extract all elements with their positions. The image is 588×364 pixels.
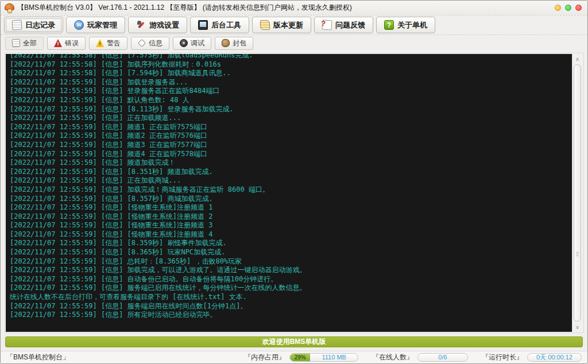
log-line: [2022/11/07 12:55:59] [信息] [8.359秒] 刷怪事件…: [10, 239, 572, 248]
filter-packet[interactable]: 封包: [215, 37, 253, 50]
window-controls: [555, 5, 582, 11]
tab-players[interactable]: 玩家管理: [66, 17, 125, 33]
warning-icon: [96, 39, 104, 47]
scrollbar-thumb[interactable]: [574, 64, 581, 322]
log-line: [2022/11/07 12:55:58] [信息] [7.594秒] 加载商城…: [10, 69, 572, 78]
about-icon: [384, 20, 394, 30]
filter-label: 错误: [65, 38, 79, 48]
uptime-value: 0天 00:00:12: [536, 354, 572, 361]
log-line: [2022/11/07 12:55:59] [信息] 服务端启用在线时间点数[1…: [10, 302, 572, 311]
tab-bar: 日志记录 玩家管理 游戏设置 后台工具 版本更新 问题反馈 关于单机: [1, 16, 587, 35]
tab-version-update[interactable]: 版本更新: [252, 17, 311, 33]
log-line: [2022/11/07 12:55:59] [信息] [怪物重生系统]注册频道 …: [10, 230, 572, 239]
log-line: [2022/11/07 12:55:59] [信息] [怪物重生系统]注册频道 …: [10, 203, 572, 212]
close-button[interactable]: [575, 5, 582, 11]
log-panel: [2022/11/07 12:55:58] [信息] [7.575秒] 加载lo…: [5, 53, 583, 332]
memory-label: 『内存占用』: [244, 353, 285, 362]
log-line: [2022/11/07 12:55:59] [信息] 加载完成！商城服务器正在监…: [10, 185, 572, 195]
status-metrics: 『内存占用』 29% 1110 MB 『在线人数』 0/6 『运行时长』 0天 …: [244, 353, 582, 362]
online-count-pill: 0/6: [417, 353, 468, 362]
error-icon: [54, 39, 62, 47]
app-window: 【BMS单机控制台 V3.0】 Ver.176.1 - 2021.1.12 【至…: [0, 0, 588, 364]
log-line: [2022/11/07 12:55:59] [信息] 默认角色数: 48 人: [10, 96, 572, 105]
filter-error[interactable]: 错误: [47, 37, 86, 50]
title-bar: 【BMS单机控制台 V3.0】 Ver.176.1 - 2021.1.12 【至…: [1, 1, 587, 16]
log-line: [2022/11/07 12:55:59] [信息] 服务端已启用在线统计，每分…: [10, 284, 572, 293]
log-line: [2022/11/07 12:55:59] [信息] 频道1 正在监听7575端…: [10, 123, 572, 132]
status-bar: 「BMS单机控制台」 『内存占用』 29% 1110 MB 『在线人数』 0/6…: [1, 351, 587, 363]
scroll-up-icon[interactable]: ∧: [573, 55, 582, 63]
game-settings-icon: [136, 20, 146, 30]
debug-icon: [180, 39, 188, 47]
uptime-label: 『运行时长』: [482, 353, 523, 362]
app-mushroom-icon: [4, 3, 14, 13]
tab-label: 游戏设置: [149, 20, 179, 30]
log-line: [2022/11/07 12:55:59] [信息] [怪物重生系统]注册频道 …: [10, 221, 572, 230]
packet-icon: [222, 39, 230, 47]
log-line: [2022/11/07 12:55:58] [信息] [7.575秒] 加载lo…: [10, 53, 572, 60]
memory-gauge: 29% 1110 MB: [289, 353, 358, 362]
log-line: [2022/11/07 12:55:58] [信息] 加载序列化数据耗时：0.0…: [10, 60, 572, 69]
log-line: [2022/11/07 12:55:59] [信息] 频道4 正在监听7578端…: [10, 150, 572, 159]
log-icon: [11, 20, 22, 30]
filter-bar: 全部 错误 警告 信息 调试 封包: [1, 35, 587, 51]
maximize-button[interactable]: [565, 5, 571, 11]
log-line: [2022/11/07 12:55:59] [信息] 频道3 正在监听7577端…: [10, 141, 572, 150]
filter-label: 封包: [233, 38, 246, 48]
log-line: [2022/11/07 12:55:59] [信息] 正在加载商城...: [10, 176, 572, 185]
admin-tools-icon: [198, 20, 208, 30]
info-icon: [138, 39, 146, 47]
welcome-banner[interactable]: 欢迎使用BMS单机版: [5, 336, 583, 347]
scrollbar-grip: [576, 252, 579, 256]
log-line: [2022/11/07 12:55:59] [信息] [怪物重生系统]注册频道 …: [10, 212, 572, 222]
tab-log[interactable]: 日志记录: [4, 17, 63, 33]
filter-label: 警告: [107, 38, 121, 48]
tab-label: 日志记录: [25, 20, 55, 30]
tab-label: 问题反馈: [335, 20, 365, 30]
log-line: [2022/11/07 12:55:59] [信息] [8.351秒] 频道加载…: [10, 168, 572, 177]
memory-value: 1110 MB: [310, 354, 358, 361]
log-line: [2022/11/07 12:55:59] [信息] 加载完成，可以进入游戏了。…: [10, 266, 572, 275]
tab-game-settings[interactable]: 游戏设置: [128, 17, 187, 33]
filter-label: 全部: [23, 38, 37, 48]
log-line: [2022/11/07 12:55:59] [信息] 频道2 正在监听7576端…: [10, 131, 572, 141]
minimize-button[interactable]: [555, 5, 561, 11]
all-icon: [12, 39, 21, 48]
uptime-pill: 0天 00:00:12: [527, 353, 582, 362]
tab-label: 版本更新: [273, 20, 303, 30]
filter-warning[interactable]: 警告: [89, 37, 127, 50]
memory-fill-bar: 29%: [290, 354, 310, 361]
log-line: [2022/11/07 12:55:59] [信息] [8.365秒] 玩家NP…: [10, 248, 572, 257]
tab-feedback[interactable]: 问题反馈: [314, 17, 373, 33]
log-line: [2022/11/07 12:55:59] [信息] 总耗时：[8.365秒] …: [10, 257, 572, 266]
log-line: [2022/11/07 12:55:59] [信息] 自动备份已启动。自动备份将…: [10, 275, 572, 284]
log-line: [2022/11/07 12:55:59] [信息] [8.113秒] 登录服务…: [10, 105, 572, 114]
memory-percent: 29%: [295, 354, 306, 361]
log-content: [2022/11/07 12:55:58] [信息] [7.575秒] 加载lo…: [6, 53, 572, 332]
log-line: [2022/11/07 12:55:59] [信息] 正在加载频道...: [10, 114, 572, 123]
log-line: [2022/11/07 12:55:59] [信息] 频道加载完成！: [10, 158, 572, 168]
filter-debug[interactable]: 调试: [173, 37, 211, 50]
filter-label: 信息: [149, 38, 163, 48]
tab-label: 后台工具: [211, 20, 241, 30]
status-app-title: 「BMS单机控制台」: [6, 353, 69, 362]
filter-all[interactable]: 全部: [5, 37, 44, 50]
tab-about[interactable]: 关于单机: [376, 17, 435, 33]
filter-label: 调试: [191, 38, 204, 48]
log-line: [2022/11/07 12:55:59] [信息] 加载登录服务器...: [10, 78, 572, 87]
tab-label: 关于单机: [397, 20, 427, 30]
update-icon: [260, 20, 270, 30]
log-line: [2022/11/07 12:55:59] [信息] [8.357秒] 商城加载…: [10, 195, 572, 204]
online-value: 0/6: [438, 354, 447, 361]
scroll-down-icon[interactable]: ∨: [573, 323, 582, 331]
filter-info[interactable]: 信息: [131, 37, 169, 50]
tab-label: 玩家管理: [87, 20, 117, 30]
online-label: 『在线人数』: [372, 353, 413, 362]
player-icon: [74, 20, 84, 30]
log-scrollbar[interactable]: ∧ ∨: [572, 54, 582, 332]
log-line: [2022/11/07 12:55:59] [信息] 登录服务器正在监听8484…: [10, 87, 572, 96]
tab-admin-tools[interactable]: 后台工具: [190, 17, 249, 33]
log-line: [2022/11/07 12:55:59] [信息] 所有定时活动已经启动完毕。: [10, 311, 572, 320]
window-title: 【BMS单机控制台 V3.0】 Ver.176.1 - 2021.1.12 【至…: [17, 3, 352, 13]
feedback-icon: [322, 20, 332, 30]
